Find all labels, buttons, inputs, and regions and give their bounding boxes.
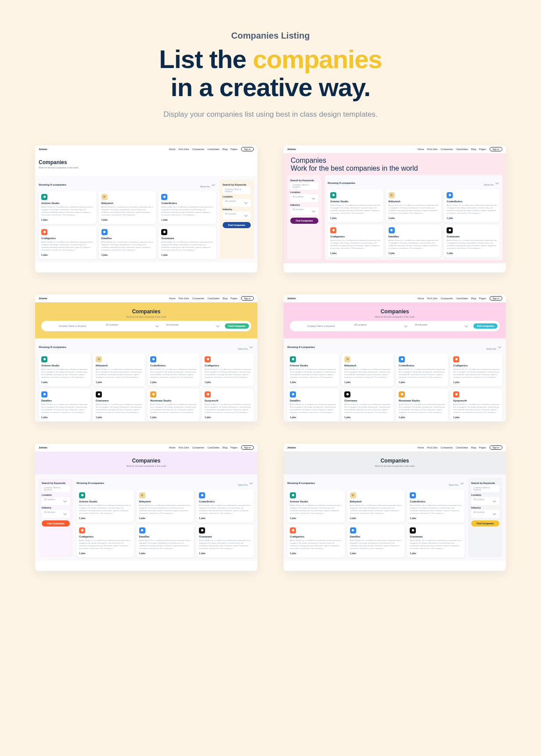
company-card[interactable]: Syspresoft Artistre Studio, Inc. is an A… xyxy=(202,389,254,421)
nav-link[interactable]: Blog xyxy=(471,148,476,150)
find-button[interactable]: Find Companies xyxy=(223,222,251,228)
company-card[interactable]: Bitbytech Artistre Studio, Inc. is an Am… xyxy=(386,190,442,222)
industry-select[interactable]: All Industries xyxy=(223,211,251,219)
company-card[interactable]: Bitbytech Artistre Studio, Inc. is an Am… xyxy=(137,490,194,522)
company-card[interactable]: Craftgenics Artistre Studio, Inc. is an … xyxy=(287,525,345,557)
logo[interactable]: Jobster xyxy=(287,446,296,449)
company-card[interactable]: DataRes Artistre Studio, Inc. is an Amer… xyxy=(137,525,194,557)
sort-select[interactable]: Name Asc xyxy=(238,480,254,486)
find-button[interactable]: Find Companies xyxy=(473,323,498,329)
nav-link[interactable]: Blog xyxy=(471,446,476,449)
nav-link[interactable]: Find Jobs xyxy=(179,148,189,150)
industry-select[interactable]: All Industries xyxy=(164,322,222,330)
nav-link[interactable]: Pages xyxy=(479,446,486,449)
company-card[interactable]: Syspresoft Artistre Studio, Inc. is an A… xyxy=(451,389,502,421)
location-select[interactable]: All Locations xyxy=(353,322,411,330)
company-card[interactable]: Gramware Artistre Studio, Inc. is an Ame… xyxy=(407,525,465,557)
company-card[interactable]: Bitbytech Artistre Studio, Inc. is an Am… xyxy=(342,354,393,386)
signin-button[interactable]: Sign in xyxy=(241,296,254,301)
nav-link[interactable]: Candidates xyxy=(207,446,220,449)
company-card[interactable]: Illuminate Studio Artistre Studio, Inc. … xyxy=(148,389,199,421)
nav-link[interactable]: Companies xyxy=(440,446,453,449)
company-card[interactable]: Artistre Studio Artistre Studio, Inc. is… xyxy=(39,354,90,386)
company-card[interactable]: Gramware Artistre Studio, Inc. is an Ame… xyxy=(342,389,393,421)
nav-link[interactable]: Pages xyxy=(479,148,486,150)
company-card[interactable]: Gramware Artistre Studio, Inc. is an Ame… xyxy=(444,225,500,257)
company-card[interactable]: Artistre Studio Artistre Studio, Inc. is… xyxy=(287,490,345,522)
nav-link[interactable]: Find Jobs xyxy=(179,297,189,300)
keywords-input[interactable]: Company Name or Keyword xyxy=(471,485,499,492)
industry-select[interactable]: All Industries xyxy=(413,322,471,330)
find-button[interactable]: Find Companies xyxy=(290,218,318,224)
nav-link[interactable]: Companies xyxy=(192,148,204,150)
logo[interactable]: Jobster xyxy=(287,297,296,300)
keywords-input[interactable]: Company Name or Keyword xyxy=(292,324,350,328)
signin-button[interactable]: Sign in xyxy=(490,445,502,450)
nav-link[interactable]: Pages xyxy=(231,446,238,449)
company-card[interactable]: Bitbytech Artistre Studio, Inc. is an Am… xyxy=(99,191,156,224)
nav-link[interactable]: Blog xyxy=(223,297,227,300)
company-card[interactable]: Gramware Artistre Studio, Inc. is an Ame… xyxy=(159,226,216,259)
nav-link[interactable]: Pages xyxy=(231,297,238,300)
sort-select[interactable]: Name Asc xyxy=(238,344,254,350)
nav-link[interactable]: Find Jobs xyxy=(427,297,438,300)
nav-link[interactable]: Find Jobs xyxy=(427,446,438,449)
sort-select[interactable]: Name Asc xyxy=(449,480,465,486)
signin-button[interactable]: Sign in xyxy=(241,445,254,450)
company-card[interactable]: DataRes Artistre Studio, Inc. is an Amer… xyxy=(39,389,90,421)
company-card[interactable]: CoderBotics Artistre Studio, Inc. is an … xyxy=(407,490,465,522)
nav-link[interactable]: Home xyxy=(169,297,176,300)
company-card[interactable]: Artistre Studio Artistre Studio, Inc. is… xyxy=(76,490,134,522)
nav-link[interactable]: Home xyxy=(418,446,424,449)
nav-link[interactable]: Companies xyxy=(440,297,453,300)
company-card[interactable]: Craftgenics Artistre Studio, Inc. is an … xyxy=(451,354,502,386)
template-preview-v6[interactable]: Jobster HomeFind JobsCompaniesCandidates… xyxy=(284,444,506,571)
nav-link[interactable]: Candidates xyxy=(456,148,468,150)
find-button[interactable]: Find Companies xyxy=(42,520,70,527)
template-preview-v5[interactable]: Jobster HomeFind JobsCompaniesCandidates… xyxy=(35,444,257,571)
company-card[interactable]: Craftgenics Artistre Studio, Inc. is an … xyxy=(328,225,383,257)
nav-link[interactable]: Candidates xyxy=(456,297,468,300)
location-select[interactable]: All Locations xyxy=(223,199,251,207)
industry-select[interactable]: All Industries xyxy=(290,207,318,215)
company-card[interactable]: Illuminate Studio Artistre Studio, Inc. … xyxy=(396,389,448,421)
industry-select[interactable]: All Industries xyxy=(471,510,499,518)
company-card[interactable]: Bitbytech Artistre Studio, Inc. is an Am… xyxy=(347,490,405,522)
keywords-input[interactable]: Company Name or Keyword xyxy=(42,485,70,492)
company-card[interactable]: CoderBotics Artistre Studio, Inc. is an … xyxy=(396,354,448,386)
nav-link[interactable]: Blog xyxy=(471,297,476,300)
template-preview-v3[interactable]: Jobster HomeFind JobsCompaniesCandidates… xyxy=(35,294,257,422)
company-card[interactable]: DataRes Artistre Studio, Inc. is an Amer… xyxy=(386,225,442,257)
company-card[interactable]: DataRes Artistre Studio, Inc. is an Amer… xyxy=(99,226,156,259)
location-select[interactable]: All Locations xyxy=(471,497,499,505)
company-card[interactable]: Craftgenics Artistre Studio, Inc. is an … xyxy=(202,354,254,386)
location-select[interactable]: All Locations xyxy=(290,194,318,202)
signin-button[interactable]: Sign in xyxy=(490,296,502,301)
logo[interactable]: Jobster xyxy=(39,297,47,300)
nav-link[interactable]: Home xyxy=(169,148,176,150)
keywords-input[interactable]: Company Name or Keyword xyxy=(290,183,318,190)
signin-button[interactable]: Sign in xyxy=(241,147,254,151)
nav-link[interactable]: Blog xyxy=(223,446,227,449)
location-select[interactable]: All Locations xyxy=(104,322,162,330)
nav-link[interactable]: Home xyxy=(169,446,176,449)
template-preview-v1[interactable]: Jobster HomeFind JobsCompaniesCandidates… xyxy=(35,145,257,272)
company-card[interactable]: Bitbytech Artistre Studio, Inc. is an Am… xyxy=(93,354,145,386)
sort-select[interactable]: Name Asc xyxy=(487,344,502,350)
keywords-input[interactable]: Company Name or Keyword xyxy=(223,187,251,194)
template-preview-v2[interactable]: Jobster HomeFind JobsCompaniesCandidates… xyxy=(284,145,506,272)
find-button[interactable]: Find Companies xyxy=(471,520,499,527)
nav-link[interactable]: Home xyxy=(418,297,424,300)
industry-select[interactable]: All Industries xyxy=(42,510,70,518)
keywords-input[interactable]: Company Name or Keyword xyxy=(43,324,101,328)
company-card[interactable]: DataRes Artistre Studio, Inc. is an Amer… xyxy=(347,525,405,557)
company-card[interactable]: Artistre Studio Artistre Studio, Inc. is… xyxy=(39,191,96,224)
company-card[interactable]: CoderBotics Artistre Studio, Inc. is an … xyxy=(196,490,254,522)
sort-select[interactable]: Name Asc xyxy=(484,180,500,186)
company-card[interactable]: Artistre Studio Artistre Studio, Inc. is… xyxy=(287,354,339,386)
company-card[interactable]: Gramware Artistre Studio, Inc. is an Ame… xyxy=(196,525,254,557)
logo[interactable]: Jobster xyxy=(39,446,47,449)
nav-link[interactable]: Home xyxy=(418,148,424,150)
company-card[interactable]: Artistre Studio Artistre Studio, Inc. is… xyxy=(328,190,383,222)
signin-button[interactable]: Sign in xyxy=(490,147,502,151)
